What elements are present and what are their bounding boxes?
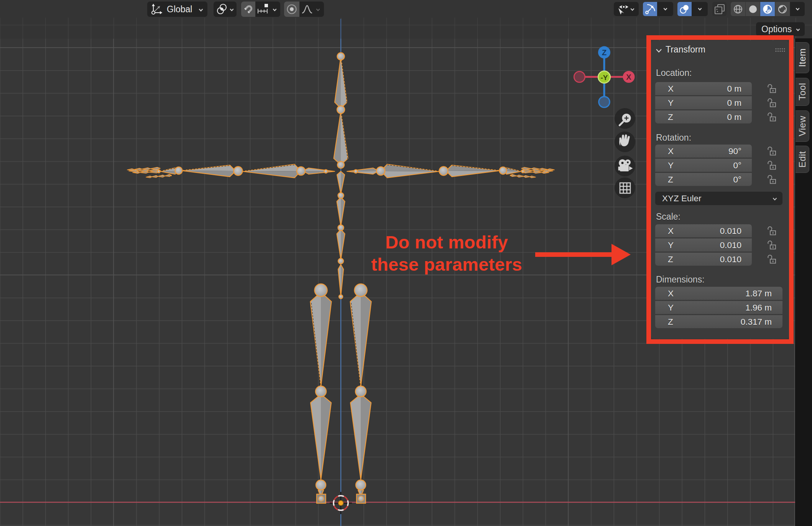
svg-text:Z: Z — [602, 48, 607, 57]
svg-text:-Y: -Y — [601, 74, 608, 82]
svg-text:X: X — [626, 73, 631, 81]
